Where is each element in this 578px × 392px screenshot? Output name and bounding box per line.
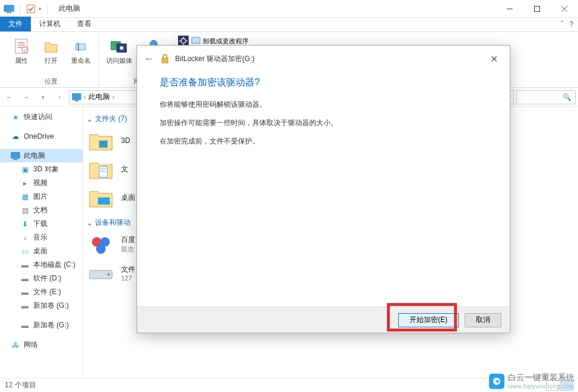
drive-icon: ▬ — [20, 274, 30, 283]
dialog-text-3: 在加密完成前，文件不受保护。 — [160, 136, 487, 146]
help-icon[interactable]: ? — [569, 20, 573, 28]
cloud-icon: ☁ — [11, 132, 20, 141]
breadcrumb-this-pc[interactable]: 此电脑 — [88, 92, 110, 102]
chevron-down-icon: ⌄ — [87, 219, 93, 227]
tree-desktop[interactable]: ▭桌面 — [0, 244, 82, 258]
tree-file-e[interactable]: ▬文件 (E:) — [0, 285, 82, 299]
drive-icon: ▬ — [20, 288, 30, 297]
dialog-close-button[interactable]: ✕ — [485, 51, 503, 67]
nav-forward-button[interactable]: → — [19, 90, 33, 104]
watermark: 白云一键重装系统 www.baiyunxitong.com — [489, 372, 574, 390]
tree-onedrive[interactable]: ☁OneDrive — [0, 130, 82, 143]
watermark-url: www.baiyunxitong.com — [508, 383, 574, 390]
tree-music[interactable]: ♪音乐 — [0, 231, 82, 244]
lock-icon — [160, 53, 170, 64]
nav-recent-icon[interactable]: ▾ — [36, 90, 50, 104]
pc-icon — [72, 93, 81, 101]
tree-pictures[interactable]: ▦图片 — [0, 190, 82, 203]
svg-rect-28 — [99, 167, 107, 177]
quick-access-toolbar: ▾ — [0, 4, 50, 14]
svg-rect-31 — [98, 197, 110, 205]
desktop-icon: ▭ — [20, 247, 30, 256]
open-button[interactable]: 打开 — [37, 34, 65, 65]
window-title: 此电脑 — [50, 4, 80, 14]
ribbon-tabs: 文件 计算机 查看 ˆ ? — [0, 18, 578, 32]
cube-icon: ▣ — [20, 165, 30, 174]
tree-quick-access[interactable]: ★快速访问 — [0, 110, 82, 124]
svg-rect-23 — [72, 94, 81, 100]
right-info-pane: B — [507, 213, 578, 378]
checkbox-icon[interactable] — [27, 5, 35, 13]
tree-videos[interactable]: ▸视频 — [0, 176, 82, 190]
music-icon: ♪ — [20, 233, 30, 243]
tree-this-pc[interactable]: 此电脑 — [0, 149, 82, 162]
svg-point-13 — [120, 46, 123, 50]
video-icon: ▸ — [20, 179, 30, 188]
start-encryption-button[interactable]: 开始加密(E) — [398, 313, 459, 327]
watermark-logo-icon — [489, 374, 504, 389]
svg-rect-1 — [7, 12, 11, 13]
status-item-count: 12 个项目 — [5, 380, 36, 390]
chevron-down-icon: ⌄ — [87, 115, 93, 123]
svg-rect-22 — [192, 37, 200, 43]
rename-button[interactable]: 重命名 — [66, 34, 95, 65]
tree-vol-g2[interactable]: ▬新加卷 (G:) — [0, 318, 82, 332]
pc-icon — [4, 5, 14, 13]
ribbon-collapse-icon[interactable]: ˆ — [561, 20, 563, 28]
maximize-button[interactable] — [523, 0, 551, 18]
dialog-title: BitLocker 驱动器加密(G:) — [175, 54, 255, 64]
svg-point-34 — [96, 244, 106, 254]
tree-vol-g1[interactable]: ▬新加卷 (G:) — [0, 299, 82, 313]
watermark-text: 白云一键重装系统 — [508, 372, 574, 383]
monitor-icon — [191, 36, 201, 46]
star-icon: ★ — [11, 113, 20, 122]
dialog-heading: 是否准备加密该驱动器? — [160, 77, 487, 89]
tree-downloads[interactable]: ⬇下载 — [0, 217, 82, 231]
tab-file[interactable]: 文件 — [0, 17, 31, 31]
title-bar: ▾ 此电脑 — [0, 0, 578, 18]
svg-rect-4 — [535, 6, 540, 11]
picture-icon: ▦ — [20, 192, 30, 202]
tree-3d-objects[interactable]: ▣3D 对象 — [0, 162, 82, 176]
svg-rect-26 — [14, 159, 17, 160]
dialog-back-button[interactable]: ← — [144, 53, 154, 64]
minimize-button[interactable] — [496, 0, 523, 18]
breadcrumb-sep: › — [112, 93, 115, 101]
document-icon: ▤ — [20, 206, 30, 215]
pc-icon — [11, 151, 20, 161]
svg-point-36 — [107, 273, 110, 276]
group-location-label: 位置 — [45, 77, 58, 86]
nav-back-button[interactable]: ← — [2, 90, 17, 104]
dialog-text-1: 你将能够使用密码解锁该驱动器。 — [160, 100, 487, 110]
network-icon: 🖧 — [11, 340, 20, 350]
breadcrumb-sep: › — [84, 93, 86, 101]
svg-rect-37 — [162, 58, 168, 63]
properties-button[interactable]: 属性 — [7, 34, 36, 65]
cancel-button[interactable]: 取消 — [465, 313, 501, 327]
nav-up-button[interactable]: ↑ — [52, 90, 66, 104]
svg-rect-27 — [99, 141, 107, 148]
svg-rect-0 — [4, 5, 14, 11]
bitlocker-dialog: ← BitLocker 驱动器加密(G:) ✕ 是否准备加密该驱动器? 你将能够… — [136, 45, 510, 333]
tab-view[interactable]: 查看 — [69, 17, 100, 31]
download-icon: ⬇ — [20, 219, 30, 229]
tree-documents[interactable]: ▤文档 — [0, 203, 82, 217]
tab-computer[interactable]: 计算机 — [31, 17, 69, 31]
dialog-text-2: 加密操作可能需要一些时间，具体取决于驱动器的大小。 — [160, 118, 487, 128]
qat-dropdown-icon[interactable]: ▾ — [39, 6, 42, 12]
search-box[interactable]: 🔍 — [516, 90, 576, 104]
close-button[interactable] — [551, 0, 578, 18]
drive-icon: ▬ — [20, 321, 30, 330]
svg-rect-9 — [76, 44, 85, 50]
svg-rect-25 — [11, 152, 20, 158]
tree-network[interactable]: 🖧网络 — [0, 338, 82, 352]
search-icon: 🔍 — [563, 93, 571, 101]
drive-icon: ▬ — [20, 301, 30, 311]
tree-local-c[interactable]: ▬本地磁盘 (C:) — [0, 258, 82, 272]
svg-rect-2 — [27, 5, 35, 12]
svg-point-8 — [22, 47, 28, 53]
tree-soft-d[interactable]: ▬软件 (D:) — [0, 272, 82, 285]
navigation-tree: ★快速访问 ☁OneDrive 此电脑 ▣3D 对象 ▸视频 ▦图片 ▤文档 ⬇… — [0, 107, 83, 378]
drive-icon: ▬ — [20, 260, 30, 270]
access-media-button[interactable]: 访问媒体 — [103, 34, 136, 72]
